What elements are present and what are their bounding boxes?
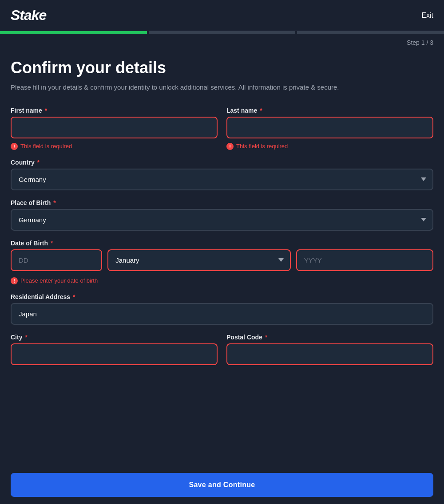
first-name-error-icon: ! [11,143,18,150]
city-postal-row: City * Postal Code * [11,334,433,365]
place-of-birth-label: Place of Birth * [11,199,433,206]
residential-address-label: Residential Address * [11,293,433,300]
progress-segment-2 [149,31,296,34]
dob-error: ! Please enter your date of birth [11,277,433,284]
first-name-group: First name * ! This field is required [11,107,218,150]
country-group: Country * Germany Japan United States Un… [11,159,433,190]
last-name-group: Last name * ! This field is required [226,107,433,150]
last-name-error: ! This field is required [226,143,433,150]
place-of-birth-group: Place of Birth * Germany Japan United St… [11,199,433,231]
last-name-error-icon: ! [226,143,234,150]
first-name-error-text: This field is required [20,143,72,150]
dob-label: Date of Birth * [11,240,433,247]
country-label: Country * [11,159,433,166]
postal-code-required: * [265,334,267,341]
dob-error-text: Please enter your date of birth [20,277,98,284]
step-indicator: Step 1 / 3 [0,34,444,50]
last-name-label: Last name * [226,107,433,114]
dob-row: January February March April May June Ju… [11,249,433,271]
page-title: Confirm your details [11,59,433,77]
dob-error-icon: ! [11,277,18,284]
main-content: Confirm your details Please fill in your… [0,50,444,418]
first-name-required: * [45,107,47,114]
first-name-input[interactable] [11,117,218,138]
last-name-error-text: This field is required [236,143,288,150]
dob-month-select[interactable]: January February March April May June Ju… [107,249,290,271]
postal-code-input[interactable] [226,343,433,365]
last-name-input[interactable] [226,117,433,138]
postal-code-label: Postal Code * [226,334,433,341]
first-name-error: ! This field is required [11,143,218,150]
postal-code-group: Postal Code * [226,334,433,365]
country-select[interactable]: Germany Japan United States United Kingd… [11,169,433,190]
header: Stake Exit [0,0,444,31]
save-btn-container: Save and Continue [0,466,444,504]
city-required: * [25,334,27,341]
residential-address-group: Residential Address * [11,293,433,325]
dob-year-input[interactable] [296,249,433,271]
residential-address-input[interactable] [11,303,433,325]
place-of-birth-required: * [53,199,56,206]
dob-required: * [51,240,53,247]
dob-month-container: January February March April May June Ju… [107,249,290,271]
save-continue-button[interactable]: Save and Continue [11,473,433,497]
country-required: * [37,159,40,166]
dob-day-input[interactable] [11,249,102,271]
city-group: City * [11,334,218,365]
logo: Stake [11,7,46,24]
city-input[interactable] [11,343,218,365]
progress-bar [0,31,444,34]
dob-group: Date of Birth * January February March A… [11,240,433,284]
country-select-wrapper: Germany Japan United States United Kingd… [11,169,433,190]
city-label: City * [11,334,218,341]
last-name-required: * [260,107,262,114]
exit-button[interactable]: Exit [421,12,433,20]
dob-year-container [296,249,433,271]
residential-address-required: * [73,293,75,300]
name-row: First name * ! This field is required La… [11,107,433,150]
place-of-birth-select-wrapper: Germany Japan United States United Kingd… [11,209,433,231]
progress-segment-1 [0,31,147,34]
first-name-label: First name * [11,107,218,114]
progress-segment-3 [297,31,444,34]
place-of-birth-select[interactable]: Germany Japan United States United Kingd… [11,209,433,231]
page-description: Please fill in your details & confirm yo… [11,83,433,93]
dob-day-container [11,249,102,271]
